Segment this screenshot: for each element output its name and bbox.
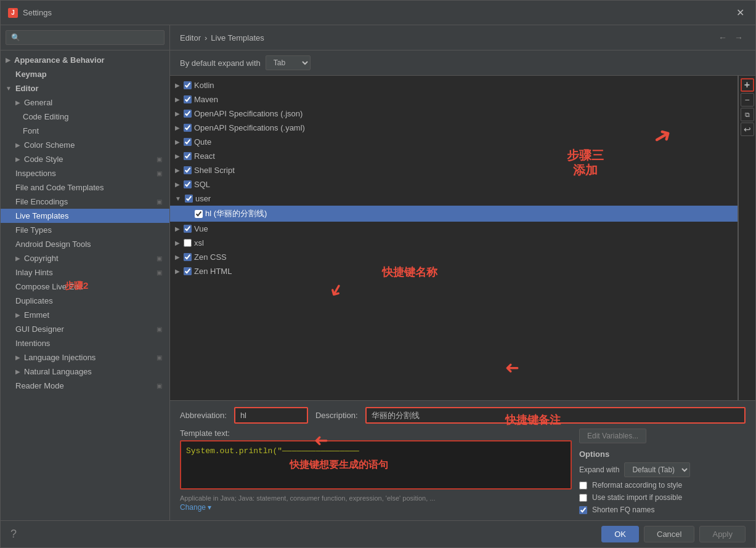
breadcrumb-bar: Editor › Live Templates ← → — [170, 25, 755, 50]
static-import-checkbox[interactable] — [579, 494, 587, 502]
help-icon[interactable]: ? — [10, 528, 17, 541]
template-item-label: hl (华丽的分割线) — [205, 208, 267, 219]
sidebar-item-color-scheme[interactable]: ▶ Color Scheme — [1, 138, 169, 152]
breadcrumb-nav: ← → — [716, 31, 746, 44]
sidebar-item-file-code-templates[interactable]: File and Code Templates — [1, 180, 169, 195]
reformat-label: Reformat according to style — [592, 481, 682, 490]
reformat-checkbox[interactable] — [579, 482, 587, 490]
sidebar-item-compose-live-edit[interactable]: Compose Live Edit — [1, 280, 169, 294]
item-checkbox-hl[interactable] — [195, 210, 203, 218]
sidebar-item-duplicates[interactable]: Duplicates — [1, 294, 169, 308]
badge-icon: ▣ — [156, 255, 162, 262]
group-checkbox-qute[interactable] — [184, 138, 192, 146]
sidebar-item-intentions[interactable]: Intentions — [1, 336, 169, 350]
group-checkbox-react[interactable] — [184, 152, 192, 160]
template-group-openapi-json[interactable]: ▶ OpenAPI Specifications (.json) — [170, 107, 738, 121]
content-area: ▶ Appearance & Behavior Keymap ▼ Editor … — [1, 25, 755, 520]
dialog-title: Settings — [23, 8, 733, 17]
sidebar-item-file-encodings[interactable]: File Encodings ▣ — [1, 195, 169, 209]
sidebar-item-android-design-tools[interactable]: Android Design Tools — [1, 237, 169, 251]
group-checkbox-kotlin[interactable] — [184, 81, 192, 89]
expand-select[interactable]: Tab Enter Space — [266, 55, 311, 70]
sidebar-item-gui-designer[interactable]: GUI Designer ▣ — [1, 322, 169, 336]
nav-forward-button[interactable]: → — [732, 31, 746, 44]
template-item-hl[interactable]: hl (华丽的分割线) — [170, 206, 738, 222]
sidebar-label: Natural Languages — [24, 367, 92, 376]
expand-with-row: Expand with Default (Tab) Tab Enter Spac… — [579, 462, 746, 477]
sidebar-item-inspections[interactable]: Inspections ▣ — [1, 166, 169, 180]
search-input[interactable] — [6, 30, 165, 45]
close-button[interactable]: ✕ — [733, 6, 748, 20]
sidebar-item-language-injections[interactable]: ▶ Language Injections ▣ — [1, 350, 169, 365]
sidebar-label: File Encodings — [15, 197, 68, 206]
sidebar-item-emmet[interactable]: ▶ Emmet — [1, 308, 169, 322]
apply-button[interactable]: Apply — [699, 526, 746, 542]
description-input[interactable] — [365, 407, 746, 424]
cancel-button[interactable]: Cancel — [644, 526, 694, 542]
template-group-kotlin[interactable]: ▶ Kotlin — [170, 78, 738, 92]
group-checkbox-zen-html[interactable] — [184, 267, 192, 275]
group-checkbox-openapi-json[interactable] — [184, 110, 192, 118]
group-checkbox-zen-css[interactable] — [184, 253, 192, 261]
shorten-checkbox[interactable] — [579, 506, 587, 514]
sidebar-label: Intentions — [15, 339, 50, 348]
sidebar-item-file-types[interactable]: File Types — [1, 223, 169, 237]
group-checkbox-vue[interactable] — [184, 225, 192, 233]
undo-template-button[interactable]: ↩ — [741, 123, 754, 136]
expand-arrow: ▶ — [15, 255, 20, 262]
group-checkbox-maven[interactable] — [184, 95, 192, 103]
group-checkbox-sql[interactable] — [184, 180, 192, 188]
expand-with-select[interactable]: Default (Tab) Tab Enter Space — [624, 462, 690, 477]
sidebar-item-reader-mode[interactable]: Reader Mode ▣ — [1, 379, 169, 393]
template-group-qute[interactable]: ▶ Qute — [170, 135, 738, 149]
group-checkbox-shell[interactable] — [184, 166, 192, 174]
sidebar-item-natural-languages[interactable]: ▶ Natural Languages — [1, 365, 169, 379]
expand-arrow: ▶ — [15, 156, 20, 163]
template-group-xsl[interactable]: ▶ xsl — [170, 236, 738, 250]
group-checkbox-openapi-yaml[interactable] — [184, 124, 192, 132]
sidebar-item-inlay-hints[interactable]: Inlay Hints ▣ — [1, 265, 169, 280]
detail-row1: Abbreviation: Description: — [180, 407, 746, 424]
sidebar-item-copyright[interactable]: ▶ Copyright ▣ — [1, 251, 169, 265]
sidebar-label: Android Design Tools — [15, 240, 91, 249]
ok-button[interactable]: OK — [601, 526, 639, 542]
expand-arrow: ▶ — [15, 368, 20, 375]
template-group-maven[interactable]: ▶ Maven — [170, 92, 738, 107]
expand-arrow: ▶ — [15, 354, 20, 361]
template-group-vue[interactable]: ▶ Vue — [170, 222, 738, 236]
copy-template-button[interactable]: ⧉ — [741, 108, 754, 121]
template-group-shell[interactable]: ▶ Shell Script — [170, 163, 738, 177]
template-group-openapi-yaml[interactable]: ▶ OpenAPI Specifications (.yaml) — [170, 121, 738, 135]
template-text-label: Template text: — [180, 429, 572, 438]
group-checkbox-xsl[interactable] — [184, 239, 192, 247]
sidebar-item-code-editing[interactable]: Code Editing — [1, 110, 169, 124]
group-checkbox-user[interactable] — [185, 195, 193, 203]
settings-body: By default expand with Tab Enter Space ▶ — [170, 50, 755, 520]
sidebar-item-editor[interactable]: ▼ Editor — [1, 81, 169, 95]
badge-icon: ▣ — [156, 354, 162, 361]
template-group-user[interactable]: ▼ user — [170, 191, 738, 206]
sidebar-item-keymap[interactable]: Keymap — [1, 67, 169, 81]
nav-back-button[interactable]: ← — [716, 31, 730, 44]
template-group-sql[interactable]: ▶ SQL — [170, 177, 738, 191]
abbreviation-input[interactable] — [234, 407, 308, 424]
template-group-zen-html[interactable]: ▶ Zen HTML — [170, 264, 738, 278]
breadcrumb-separator: › — [205, 33, 207, 42]
sidebar-label: Appearance & Behavior — [14, 55, 105, 65]
template-group-react[interactable]: ▶ React — [170, 149, 738, 163]
sidebar-item-appearance[interactable]: ▶ Appearance & Behavior — [1, 53, 169, 67]
edit-variables-button[interactable]: Edit Variables... — [579, 429, 646, 443]
badge-icon: ▣ — [156, 382, 162, 389]
sidebar-item-live-templates[interactable]: Live Templates — [1, 209, 169, 223]
sidebar-item-font[interactable]: Font — [1, 124, 169, 138]
shorten-row: Shorten FQ names — [579, 506, 746, 514]
sidebar-item-code-style[interactable]: ▶ Code Style ▣ — [1, 152, 169, 166]
expand-arrow: ▶ — [6, 57, 10, 63]
sidebar-item-general[interactable]: ▶ General — [1, 95, 169, 110]
change-link[interactable]: Change ▾ — [180, 503, 211, 512]
sidebar-label: Live Templates — [15, 211, 68, 220]
add-template-button[interactable]: + — [741, 78, 754, 92]
template-group-zen-css[interactable]: ▶ Zen CSS — [170, 250, 738, 264]
code-editor[interactable]: System.out.println("———————————————— — [180, 440, 572, 490]
remove-template-button[interactable]: − — [741, 93, 754, 107]
